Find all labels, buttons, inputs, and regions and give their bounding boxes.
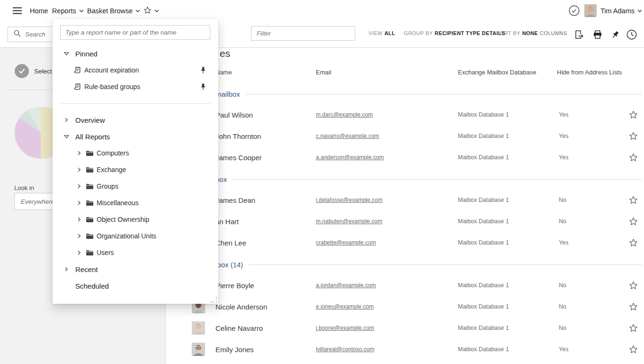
- email-link[interactable]: c.navarro@example.com: [316, 133, 379, 139]
- email-link[interactable]: i.delafosse@example.com: [316, 197, 383, 203]
- email-link[interactable]: a.jordan@example.com: [316, 282, 376, 289]
- folder-item-exchange[interactable]: Exchange: [53, 162, 218, 178]
- favorite-star-icon[interactable]: [626, 217, 640, 226]
- favorite-star-icon[interactable]: [626, 110, 640, 119]
- row-database: Maibox Database 1: [458, 197, 509, 203]
- menu-item-basket[interactable]: Basket: [87, 0, 108, 21]
- tree-section-label: Overview: [75, 116, 105, 124]
- email-link[interactable]: e.jones@example.com: [316, 303, 374, 310]
- sort-by-control[interactable]: SORT BYNONE: [496, 30, 538, 36]
- favorite-star-icon[interactable]: [626, 302, 640, 311]
- chevron-right-icon: [76, 200, 82, 206]
- tree-section-scheduled[interactable]: Scheduled: [53, 278, 218, 294]
- row-hide-from-address-lists: Yes: [559, 346, 568, 353]
- pin-icon[interactable]: [200, 67, 206, 74]
- print-icon[interactable]: [591, 28, 604, 41]
- columns-control[interactable]: COLUMNS: [540, 30, 567, 36]
- tree-section-label: Pinned: [75, 50, 98, 58]
- favorite-star-icon[interactable]: [626, 153, 640, 162]
- report-item-account-expiration[interactable]: Account expiration: [53, 62, 218, 79]
- table-row[interactable]: James Coopera.anderson@example.comMaibox…: [166, 147, 644, 168]
- row-avatar: [192, 321, 205, 335]
- tree-section-all-reports[interactable]: All Reports: [53, 128, 218, 145]
- folder-item-miscellaneous[interactable]: Miscellaneous: [53, 195, 218, 211]
- schedule-icon[interactable]: [626, 28, 638, 41]
- favorite-star-icon[interactable]: [626, 324, 640, 333]
- favorite-star-icon[interactable]: [626, 132, 640, 141]
- report-icon: [74, 67, 81, 74]
- table-row[interactable]: Chen Leecrabette@example.comMaibox Datab…: [166, 232, 644, 254]
- pin-icon[interactable]: [200, 83, 206, 91]
- sort-by-value: NONE: [522, 30, 538, 36]
- chevron-down-icon: [154, 9, 159, 12]
- folder-icon: [86, 150, 94, 156]
- row-hide-from-address-lists: No: [559, 303, 566, 310]
- menu-item-home[interactable]: Home: [30, 0, 48, 21]
- filter-input[interactable]: [251, 26, 355, 41]
- folder-icon: [86, 200, 94, 206]
- email-link[interactable]: lvillareal@contoso.com: [316, 346, 375, 353]
- user-menu[interactable]: Tim Adams: [600, 0, 642, 21]
- menu-item-browse[interactable]: Browse: [110, 0, 140, 21]
- chevron-down-icon: [79, 9, 84, 12]
- tree-section-pinned[interactable]: Pinned: [53, 46, 218, 62]
- group-by-control[interactable]: GROUP BYRECIPIENT TYPE DETAILS: [404, 30, 505, 36]
- favorite-star-icon[interactable]: [626, 196, 640, 205]
- user-avatar[interactable]: [584, 0, 597, 21]
- row-hide-from-address-lists: No: [559, 218, 566, 225]
- email-link[interactable]: m.nabuten@example.com: [316, 218, 382, 225]
- star-icon: [143, 6, 152, 16]
- folder-item-groups[interactable]: Groups: [53, 178, 218, 195]
- table-row[interactable]: Paul Wilsonm.darc@example.comMaibox Data…: [166, 104, 644, 126]
- table-row[interactable]: Celine Navarroj.boone@example.comMaibox …: [166, 318, 644, 339]
- resize-grip[interactable]: [211, 297, 218, 303]
- folder-item-object-ownership[interactable]: Object Ownership: [53, 211, 218, 228]
- table-row[interactable]: James Deani.delafosse@example.comMaibox …: [166, 190, 644, 211]
- tree-section-label: Recent: [75, 265, 98, 273]
- favorites-menu[interactable]: [143, 0, 159, 21]
- email-link[interactable]: m.darc@example.com: [316, 111, 373, 118]
- sort-by-label: SORT BY: [496, 30, 520, 36]
- report-search-input[interactable]: [60, 25, 210, 40]
- folder-item-organizational-units[interactable]: Organizational Units: [53, 228, 218, 245]
- table-row[interactable]: John Thorntonc.navarro@example.comMaibox…: [166, 126, 644, 147]
- hamburger-menu-icon[interactable]: [13, 0, 22, 21]
- column-header-email[interactable]: Email: [316, 69, 331, 76]
- check-circle-icon[interactable]: [569, 0, 580, 21]
- table-row[interactable]: Nicole Andersone.jones@example.comMaibox…: [166, 296, 644, 318]
- table-row[interactable]: Pierre Boylea.jordan@example.comMaibox D…: [166, 275, 644, 296]
- folder-item-users[interactable]: Users: [53, 245, 218, 261]
- view-control[interactable]: VIEWALL: [368, 30, 395, 36]
- group-header: box: [215, 174, 642, 184]
- row-database: Maibox Database 1: [458, 239, 509, 246]
- email-link[interactable]: j.boone@example.com: [316, 325, 374, 331]
- favorite-star-icon[interactable]: [626, 281, 640, 290]
- row-database: Maibox Database 1: [458, 303, 509, 310]
- folder-item-computers[interactable]: Computers: [53, 145, 218, 162]
- favorite-star-icon[interactable]: [626, 238, 640, 247]
- row-name: Emily Jones: [215, 346, 254, 354]
- row-name: Chen Lee: [215, 239, 246, 247]
- user-name: Tim Adams: [600, 7, 635, 15]
- favorite-star-icon[interactable]: [626, 345, 640, 354]
- email-link[interactable]: crabette@example.com: [316, 239, 376, 246]
- menu-item-reports[interactable]: Reports: [52, 0, 84, 21]
- report-item-rule-based-groups[interactable]: Rule-based groups: [53, 79, 218, 95]
- chevron-right-icon: [76, 183, 82, 189]
- email-link[interactable]: a.anderson@example.com: [316, 154, 384, 161]
- group-header-label: mailbox: [215, 90, 240, 98]
- table-row[interactable]: an Hartm.nabuten@example.comMaibox Datab…: [166, 211, 644, 232]
- table-row[interactable]: Emily Joneslvillareal@contoso.comMaibox …: [166, 339, 644, 360]
- column-header-hide[interactable]: Hide from Address Lists: [557, 69, 622, 76]
- pin-icon[interactable]: [609, 28, 621, 41]
- tree-section-label: Scheduled: [75, 282, 109, 290]
- tree-section-overview[interactable]: Overview: [53, 112, 218, 128]
- export-icon[interactable]: [573, 28, 585, 41]
- menu-item-browse-label: Browse: [110, 7, 133, 15]
- column-header-database[interactable]: Exchange Mailbox Database: [458, 69, 537, 76]
- tree-section-recent[interactable]: Recent: [53, 261, 218, 278]
- select-toggle[interactable]: [15, 64, 29, 78]
- menu-item-reports-label: Reports: [52, 7, 76, 15]
- view-value: ALL: [385, 30, 395, 36]
- group-header: mailbox: [215, 89, 642, 99]
